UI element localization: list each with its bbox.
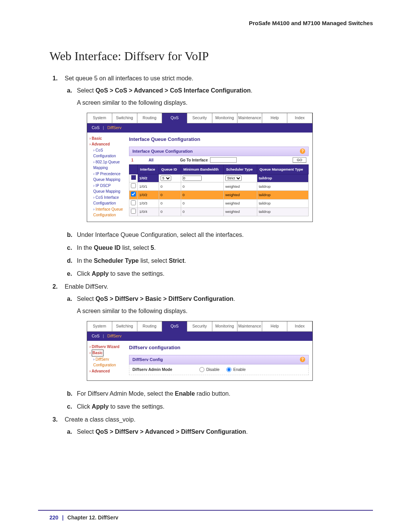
- mid: list, select: [139, 257, 169, 264]
- subtab-diffserv[interactable]: DiffServ: [107, 334, 121, 338]
- tab-index[interactable]: Index: [287, 113, 312, 123]
- cell-scheduler: Strict: [223, 174, 257, 182]
- tab-system[interactable]: System: [87, 113, 112, 123]
- tabbar: System Switching Routing QoS Security Mo…: [87, 321, 312, 332]
- bold2: 5: [151, 244, 154, 251]
- side-item[interactable]: CoS Interface Configuartion: [89, 195, 123, 206]
- goto-input[interactable]: [210, 157, 237, 163]
- subtab-diffserv[interactable]: DiffServ: [107, 125, 121, 130]
- side-item-selected[interactable]: DiffServ Configuration: [89, 356, 123, 368]
- all-tab[interactable]: All: [149, 157, 154, 163]
- side-basic[interactable]: Basic: [89, 350, 123, 356]
- table-row: 1/0/100weightedtaildrop: [129, 182, 309, 191]
- minbw-input[interactable]: [183, 176, 202, 181]
- subtab-sep: |: [103, 334, 104, 338]
- tab-security[interactable]: Security: [187, 321, 212, 332]
- tab-qos[interactable]: QoS: [162, 321, 187, 332]
- table-row: 1/0/200weightedtaildrop: [129, 191, 309, 199]
- cell-scheduler: weighted: [223, 199, 257, 208]
- screenshot-iqc: System Switching Routing QoS Security Mo…: [87, 113, 313, 222]
- go-button[interactable]: GO: [293, 157, 306, 163]
- scheduler-select[interactable]: Strict: [225, 176, 242, 181]
- radio-disable[interactable]: [199, 367, 204, 372]
- help-icon[interactable]: ?: [300, 357, 305, 362]
- row-checkbox[interactable]: [131, 209, 136, 214]
- subtab-cos[interactable]: CoS: [92, 334, 99, 338]
- steps-list: 1. Set queue 5 on all interfaces to use …: [38, 74, 373, 436]
- step-1b: b. Under Interface Queue Configuration, …: [77, 230, 373, 240]
- side-advanced[interactable]: Advanced: [89, 141, 123, 147]
- tab-security[interactable]: Security: [187, 113, 212, 123]
- sub-num: c.: [67, 402, 72, 411]
- th-interface: Interface: [138, 165, 159, 174]
- row-checkbox[interactable]: [131, 200, 136, 205]
- cell-minbw: 0: [181, 182, 223, 191]
- radio-disable-text: Disable: [206, 367, 220, 372]
- bold: Apply: [92, 270, 108, 277]
- side-item-selected[interactable]: Interface Queue Configuration: [89, 206, 123, 218]
- sub-text: Select QoS > DiffServ > Advanced > DiffS…: [77, 428, 248, 435]
- table-row: 1/0/25Stricttaildrop: [129, 174, 309, 182]
- tab-qos[interactable]: QoS: [162, 113, 187, 123]
- queueid-select[interactable]: 5: [161, 176, 171, 181]
- sub-num: b.: [67, 230, 72, 240]
- step-2b: b. For Diffserv Admin Mode, select the E…: [77, 389, 373, 398]
- row-checkbox-cell: [129, 174, 138, 182]
- tab-help[interactable]: Help: [262, 321, 287, 332]
- side-wizard[interactable]: Diffserv Wizard: [89, 344, 123, 350]
- bold2: Strict: [169, 257, 185, 264]
- tab-routing[interactable]: Routing: [137, 321, 162, 332]
- tab-maintenance[interactable]: Maintenance: [237, 113, 263, 123]
- tab-monitoring[interactable]: Monitoring: [212, 321, 237, 332]
- tab-switching[interactable]: Switching: [112, 321, 137, 332]
- side-item[interactable]: 802.1p Queue Mapping: [89, 159, 123, 171]
- panel-title: Interface Queue Configuration: [129, 136, 309, 143]
- side-item[interactable]: IP DSCP Queue Mapping: [89, 183, 123, 195]
- subtab-cos[interactable]: CoS: [92, 125, 99, 130]
- cell-interface: 1/0/1: [138, 182, 159, 191]
- side-item[interactable]: CoS Configuration: [89, 147, 123, 159]
- tab-maintenance[interactable]: Maintenance: [237, 321, 263, 332]
- help-icon[interactable]: ?: [300, 149, 305, 154]
- cell-queueid: 0: [159, 191, 181, 199]
- pre: Select: [77, 296, 96, 302]
- row-checkbox[interactable]: [131, 183, 136, 188]
- sub-num: d.: [67, 256, 72, 265]
- goto-label: Go To Interface: [180, 157, 208, 163]
- radio-enable[interactable]: [226, 367, 231, 372]
- step-text: Set queue 5 on all interfaces to use str…: [65, 75, 193, 81]
- cell-qmgmt: taildrop: [257, 191, 308, 199]
- subbar: CoS | DiffServ: [87, 332, 312, 341]
- footer: 220 | Chapter 12. DiffServ: [49, 514, 118, 521]
- side-basic-label: Basic: [92, 350, 104, 356]
- tab-help[interactable]: Help: [262, 113, 287, 123]
- radio-enable-label[interactable]: Enable: [224, 367, 246, 373]
- row-checkbox-cell: [129, 199, 138, 208]
- after-text: A screen similar to the following displa…: [77, 307, 373, 316]
- pre: Click: [77, 270, 92, 277]
- step-text: Create a class class_voip.: [65, 416, 135, 423]
- th-scheduler: Scheduler Type: [223, 165, 257, 174]
- sub-num: c.: [67, 243, 72, 252]
- cfg-label: Diffserv Admin Mode: [132, 367, 197, 373]
- side-item[interactable]: IP Precedence Queue Mapping: [89, 171, 123, 183]
- cell-minbw: 0: [181, 199, 223, 208]
- cell-qmgmt: taildrop: [257, 182, 308, 191]
- tab-routing[interactable]: Routing: [137, 113, 162, 123]
- th-queueid: Queue ID: [159, 165, 181, 174]
- row-checkbox[interactable]: [131, 192, 136, 197]
- post: to save the settings.: [109, 403, 165, 410]
- bold: QoS > DiffServ > Advanced > DiffServ Con…: [96, 428, 246, 435]
- tab-switching[interactable]: Switching: [112, 113, 137, 123]
- select-all-icon[interactable]: [131, 175, 136, 180]
- post: .: [185, 257, 186, 264]
- tab-index[interactable]: Index: [287, 321, 312, 332]
- page-num[interactable]: 1: [131, 157, 134, 163]
- side-advanced[interactable]: Advanced: [89, 368, 123, 374]
- footer-chapter: Chapter 12. DiffServ: [67, 514, 118, 521]
- bold: QoS > CoS > Advanced > CoS Interface Con…: [96, 87, 251, 94]
- radio-disable-label[interactable]: Disable: [197, 367, 220, 373]
- tab-monitoring[interactable]: Monitoring: [212, 113, 237, 123]
- side-basic[interactable]: Basic: [89, 136, 123, 142]
- tab-system[interactable]: System: [87, 321, 112, 332]
